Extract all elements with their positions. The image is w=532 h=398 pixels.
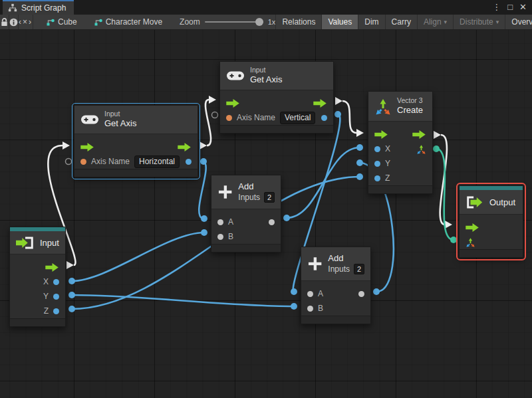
- node-header[interactable]: Input: [10, 231, 65, 254]
- connection-endpoint-dot[interactable]: [356, 173, 363, 180]
- flow-connection-arrowhead[interactable]: [356, 129, 364, 137]
- flow-connection-arrowhead[interactable]: [200, 142, 207, 149]
- distribute-dropdown[interactable]: Distribute ▾: [453, 15, 505, 29]
- node-footer: [211, 244, 281, 252]
- node-header[interactable]: Input Get Axis: [220, 62, 333, 90]
- connection-endpoint-dot[interactable]: [291, 288, 297, 295]
- node-graph-input[interactable]: Input X Y Z: [9, 227, 66, 327]
- flow-connection-arrowhead[interactable]: [209, 96, 216, 104]
- flow-ports-row: [368, 127, 432, 142]
- output-port-x[interactable]: [53, 279, 59, 285]
- flow-connection-arrowhead[interactable]: [63, 142, 70, 149]
- flow-in-port[interactable]: [374, 130, 388, 139]
- axis-name-field[interactable]: Vertical: [280, 112, 315, 124]
- overview-button[interactable]: Overview: [505, 15, 532, 29]
- maximize-icon[interactable]: □: [507, 0, 513, 15]
- node-header[interactable]: Add Inputs 2: [211, 175, 281, 209]
- node-header[interactable]: Input Get Axis: [74, 106, 198, 134]
- output-port-y[interactable]: [53, 294, 59, 300]
- flow-out-port[interactable]: [313, 99, 327, 108]
- close-icon[interactable]: ✕: [519, 0, 527, 15]
- flow-connection-arrowhead[interactable]: [445, 221, 452, 229]
- node-get-axis-vertical[interactable]: Input Get Axis Axis Name Vertical: [219, 61, 334, 134]
- carry-button[interactable]: Carry: [385, 15, 417, 29]
- input-port-b[interactable]: [217, 234, 223, 240]
- value-input-port[interactable]: [80, 159, 86, 165]
- node-add-2[interactable]: Add Inputs 2 A B: [301, 247, 371, 324]
- connection-endpoint-dot[interactable]: [68, 306, 75, 312]
- flow-connection-arrowhead[interactable]: [335, 97, 342, 105]
- input-port-a[interactable]: [217, 219, 223, 225]
- input-port-b[interactable]: [307, 306, 313, 312]
- flow-out-port[interactable]: [412, 130, 426, 139]
- connection-endpoint-dot[interactable]: [433, 146, 440, 152]
- code-button[interactable]: ‹×›: [19, 15, 33, 29]
- node-add-1[interactable]: Add Inputs 2 A B: [211, 175, 281, 252]
- info-button[interactable]: [9, 15, 19, 29]
- connection-endpoint-dot[interactable]: [283, 215, 290, 221]
- connection-endpoint-dot[interactable]: [200, 158, 207, 165]
- flow-connection-arrowhead[interactable]: [434, 131, 441, 139]
- flow-in-port[interactable]: [466, 223, 479, 232]
- connection-value[interactable]: [72, 233, 204, 281]
- breadcrumb-cube[interactable]: Cube: [47, 15, 77, 29]
- input-port-y[interactable]: [374, 161, 380, 167]
- connection-endpoint-dot[interactable]: [201, 215, 207, 222]
- value-output-port[interactable]: [186, 159, 192, 165]
- flow-out-port[interactable]: [178, 143, 192, 151]
- connection-endpoint-dot[interactable]: [356, 159, 363, 166]
- inputs-count-field[interactable]: 2: [264, 192, 275, 203]
- input-port-z[interactable]: [374, 175, 380, 181]
- connection-vector3[interactable]: [436, 149, 454, 240]
- value-input-port[interactable]: [226, 115, 232, 121]
- breadcrumb-character-move[interactable]: Character Move: [94, 15, 162, 29]
- sum-output-port[interactable]: [269, 219, 275, 225]
- output-port-z[interactable]: [53, 308, 59, 314]
- flow-out-port[interactable]: [45, 263, 59, 272]
- zoom-slider-track[interactable]: [205, 21, 263, 23]
- connection-value[interactable]: [199, 161, 205, 219]
- tab-title: Script Graph: [21, 3, 66, 13]
- node-vector3-create[interactable]: Vector 3 Create X Y Z: [368, 91, 433, 194]
- lock-button[interactable]: [0, 15, 9, 29]
- connection-endpoint-dot[interactable]: [201, 229, 207, 236]
- connection-flow[interactable]: [205, 100, 211, 146]
- connection-endpoint-dot[interactable]: [68, 292, 75, 298]
- dim-button[interactable]: Dim: [358, 15, 384, 29]
- connection-endpoint-dot[interactable]: [334, 111, 341, 118]
- input-port-x[interactable]: [374, 146, 380, 152]
- connection-value[interactable]: [287, 148, 360, 218]
- sum-output-port[interactable]: [358, 291, 364, 297]
- connection-endpoint-dot[interactable]: [373, 288, 380, 295]
- tab-script-graph[interactable]: Script Graph: [3, 0, 74, 15]
- port-label: Y: [43, 292, 49, 301]
- align-dropdown[interactable]: Align ▾: [417, 15, 453, 29]
- node-header[interactable]: Add Inputs 2: [301, 247, 370, 281]
- input-port-a[interactable]: [307, 291, 313, 297]
- vector3-output-port[interactable]: [416, 144, 426, 154]
- button-label: Values: [328, 17, 352, 27]
- button-label: Align: [424, 17, 442, 27]
- zoom-slider[interactable]: [205, 15, 263, 29]
- flow-connection-arrowhead[interactable]: [66, 261, 74, 269]
- zoom-slider-handle[interactable]: [255, 18, 263, 26]
- node-get-axis-horizontal[interactable]: Input Get Axis Axis Name Horizontal: [74, 105, 198, 177]
- more-menu-icon[interactable]: ⋮: [492, 0, 501, 15]
- node-header[interactable]: Vector 3 Create: [368, 92, 432, 122]
- node-title: Add: [238, 181, 275, 193]
- connection-flow[interactable]: [342, 101, 356, 133]
- values-button[interactable]: Values: [321, 15, 358, 29]
- flow-in-port[interactable]: [226, 99, 240, 108]
- inputs-count-field[interactable]: 2: [354, 264, 364, 274]
- connection-endpoint-dot[interactable]: [450, 237, 457, 243]
- node-graph-output[interactable]: Output: [459, 185, 523, 258]
- connection-endpoint-dot[interactable]: [356, 144, 363, 151]
- axis-name-field[interactable]: Horizontal: [134, 155, 180, 168]
- flow-in-port[interactable]: [80, 143, 94, 151]
- relations-button[interactable]: Relations: [275, 15, 321, 29]
- vector3-input-port[interactable]: [466, 237, 475, 247]
- connection-endpoint-dot[interactable]: [291, 303, 297, 310]
- node-header[interactable]: Output: [460, 190, 523, 215]
- connection-endpoint-dot[interactable]: [68, 278, 75, 284]
- value-output-port[interactable]: [321, 115, 327, 121]
